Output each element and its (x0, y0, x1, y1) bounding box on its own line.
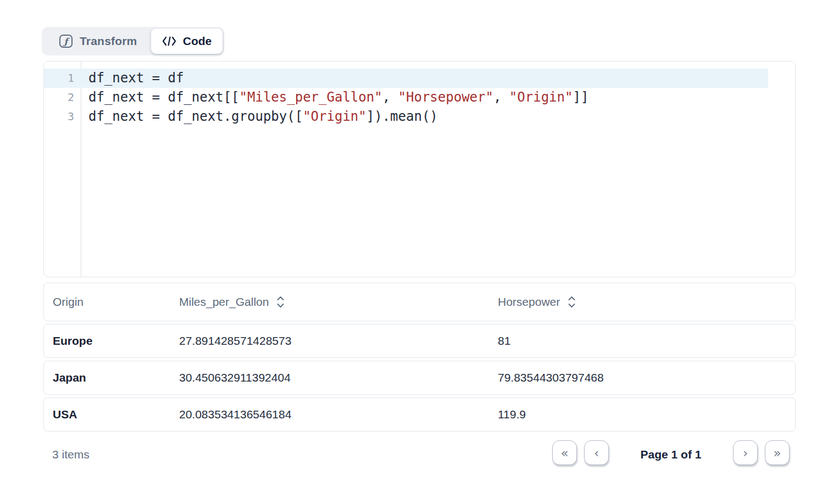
double-chevron-right-icon: » (773, 446, 781, 460)
code-line-3: 3 df_next = df_next.groupby(["Origin"]).… (44, 107, 795, 126)
line-number: 1 (44, 69, 81, 88)
table-row: Japan 30.450632911392404 79.835443037974… (43, 361, 796, 395)
code-line-text: df_next = df_next.groupby(["Origin"]).me… (81, 107, 438, 126)
column-header-label: Miles_per_Gallon (179, 295, 269, 309)
previous-page-button[interactable]: ‹ (584, 440, 609, 465)
tab-code-label: Code (183, 35, 212, 48)
result-table: Origin Miles_per_Gallon Horsepower (43, 283, 796, 432)
column-header-miles-per-gallon[interactable]: Miles_per_Gallon (179, 295, 498, 309)
last-page-button[interactable]: » (765, 440, 790, 465)
page-indicator: Page 1 of 1 (616, 448, 726, 461)
line-number: 2 (44, 88, 81, 107)
view-tabs: ƒ Transform Code (42, 27, 224, 55)
column-header-horsepower[interactable]: Horsepower (498, 295, 795, 309)
column-header-label: Horsepower (498, 295, 560, 309)
page: ƒ Transform Code 1 df_next = df 2 df_nex… (0, 0, 833, 504)
code-line-text: df_next = df_next[["Miles_per_Gallon", "… (81, 88, 588, 107)
chevron-left-icon: ‹ (594, 446, 599, 460)
cell-horsepower: 81 (498, 334, 795, 348)
chevron-right-icon: › (743, 446, 748, 460)
cell-origin: Japan (44, 371, 179, 384)
double-chevron-left-icon: « (560, 446, 568, 460)
sort-icon[interactable] (568, 296, 576, 308)
code-editor[interactable]: 1 df_next = df 2 df_next = df_next[["Mil… (43, 61, 796, 277)
tab-code[interactable]: Code (151, 29, 223, 54)
cell-miles-per-gallon: 20.083534136546184 (179, 408, 498, 421)
cell-origin: Europe (44, 334, 179, 348)
code-line-text: df_next = df (81, 69, 184, 88)
items-count: 3 items (52, 448, 90, 461)
table-row: Europe 27.891428571428573 81 (43, 324, 796, 358)
tab-transform[interactable]: ƒ Transform (42, 27, 151, 55)
next-page-button[interactable]: › (733, 440, 758, 465)
cell-miles-per-gallon: 30.450632911392404 (179, 371, 498, 384)
first-page-button[interactable]: « (552, 440, 577, 465)
sort-icon[interactable] (276, 296, 285, 308)
code-icon (162, 36, 176, 46)
cell-origin: USA (44, 408, 179, 421)
cell-horsepower: 79.83544303797468 (498, 371, 795, 384)
code-line-1: 1 df_next = df (44, 69, 795, 88)
tab-transform-label: Transform (80, 35, 137, 48)
function-icon: ƒ (59, 35, 73, 48)
cell-miles-per-gallon: 27.891428571428573 (179, 334, 498, 348)
line-number: 3 (44, 107, 81, 126)
code-line-2: 2 df_next = df_next[["Miles_per_Gallon",… (44, 88, 795, 107)
table-row: USA 20.083534136546184 119.9 (43, 397, 796, 432)
table-header-row: Origin Miles_per_Gallon Horsepower (43, 283, 796, 321)
column-header-origin: Origin (44, 295, 179, 309)
cell-horsepower: 119.9 (498, 408, 795, 421)
